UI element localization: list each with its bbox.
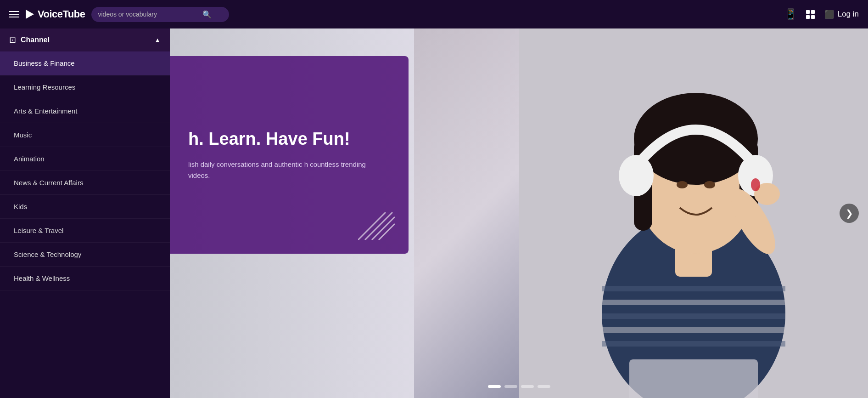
sidebar-item-label: Learning Resources xyxy=(14,83,75,91)
sidebar-item-learning-resources[interactable]: Learning Resources xyxy=(0,75,170,99)
svg-line-21 xyxy=(365,212,392,240)
sidebar-item-label: Leisure & Travel xyxy=(14,227,63,234)
sidebar-item-leisure-travel[interactable]: Leisure & Travel xyxy=(0,219,170,243)
person-svg xyxy=(519,28,868,398)
svg-rect-5 xyxy=(602,327,785,333)
login-icon: ⬛ xyxy=(824,10,834,19)
channel-header[interactable]: ⊡ Channel ▲ xyxy=(0,28,170,51)
svg-point-13 xyxy=(704,181,715,188)
tablet-icon[interactable]: 📱 xyxy=(784,8,797,20)
top-nav: VoiceTube 🔍 📱 ⬛ Log in xyxy=(0,0,868,28)
nav-left: VoiceTube 🔍 xyxy=(9,7,218,22)
login-label: Log in xyxy=(838,10,859,19)
svg-line-23 xyxy=(379,224,395,240)
carousel-next-button[interactable]: ❯ xyxy=(840,204,859,223)
sidebar-item-label: Animation xyxy=(14,155,45,163)
svg-rect-3 xyxy=(602,300,785,305)
channel-label: Channel xyxy=(21,36,50,44)
deco-lines-icon xyxy=(358,212,395,240)
svg-line-22 xyxy=(372,217,395,240)
grid-icon[interactable] xyxy=(806,10,815,19)
carousel-dot-3[interactable] xyxy=(521,385,534,388)
sidebar-item-label: News & Current Affairs xyxy=(14,179,83,187)
nav-right: 📱 ⬛ Log in xyxy=(784,8,859,20)
search-input[interactable] xyxy=(98,11,199,18)
sidebar-item-label: Arts & Entertainment xyxy=(14,107,77,115)
svg-line-20 xyxy=(358,212,386,240)
channel-icon: ⊡ xyxy=(9,35,16,45)
carousel-dot-4[interactable] xyxy=(538,385,550,388)
sidebar-item-label: Music xyxy=(14,131,32,139)
svg-point-12 xyxy=(677,181,688,188)
carousel-dot-2[interactable] xyxy=(504,385,517,388)
svg-rect-19 xyxy=(629,359,758,398)
channel-header-left: ⊡ Channel xyxy=(9,35,50,45)
sidebar-item-arts-entertainment[interactable]: Arts & Entertainment xyxy=(0,99,170,123)
svg-rect-2 xyxy=(602,286,785,291)
carousel-dots xyxy=(488,385,550,388)
hero-background: h. Learn. Have Fun! lish daily conversat… xyxy=(170,28,868,398)
hero-description: lish daily conversations and authentic h… xyxy=(188,159,386,181)
logo-text: VoiceTube xyxy=(38,8,85,20)
svg-rect-6 xyxy=(602,341,785,347)
logo-triangle-icon xyxy=(26,10,34,19)
sidebar-item-business-finance[interactable]: Business & Finance xyxy=(0,51,170,75)
svg-rect-4 xyxy=(602,313,785,319)
svg-point-18 xyxy=(751,178,760,191)
svg-point-14 xyxy=(619,155,654,196)
chevron-up-icon[interactable]: ▲ xyxy=(154,36,161,44)
search-icon[interactable]: 🔍 xyxy=(202,10,212,19)
sidebar-item-health-wellness[interactable]: Health & Wellness xyxy=(0,267,170,290)
sidebar-item-music[interactable]: Music xyxy=(0,123,170,147)
main-layout: ⊡ Channel ▲ Business & Finance Learning … xyxy=(0,28,868,398)
sidebar-item-label: Health & Wellness xyxy=(14,274,70,282)
sidebar-item-label: Science & Technology xyxy=(14,250,81,258)
sidebar-item-animation[interactable]: Animation xyxy=(0,147,170,171)
hero-person-image xyxy=(414,28,868,398)
hamburger-menu-icon[interactable] xyxy=(9,11,19,17)
sidebar-item-label: Kids xyxy=(14,203,27,210)
sidebar-item-label: Business & Finance xyxy=(14,59,75,67)
logo[interactable]: VoiceTube xyxy=(26,8,85,20)
hero-title: h. Learn. Have Fun! xyxy=(188,129,386,150)
hero-content-box: h. Learn. Have Fun! lish daily conversat… xyxy=(170,56,409,254)
sidebar-item-news-current-affairs[interactable]: News & Current Affairs xyxy=(0,171,170,195)
search-bar: 🔍 xyxy=(91,7,229,22)
login-button[interactable]: ⬛ Log in xyxy=(824,10,859,19)
sidebar-item-kids[interactable]: Kids xyxy=(0,195,170,219)
hero-area: h. Learn. Have Fun! lish daily conversat… xyxy=(170,28,868,398)
sidebar: ⊡ Channel ▲ Business & Finance Learning … xyxy=(0,28,170,398)
carousel-dot-1[interactable] xyxy=(488,385,501,388)
sidebar-item-science-technology[interactable]: Science & Technology xyxy=(0,243,170,267)
